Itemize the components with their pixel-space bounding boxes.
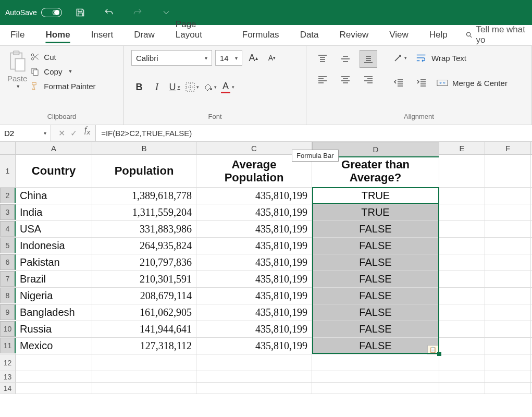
cell[interactable]: Brazil (16, 271, 92, 287)
tell-me-search[interactable]: Tell me what yo (465, 24, 532, 45)
cell[interactable] (439, 221, 485, 237)
cell[interactable]: FALSE (312, 238, 439, 254)
cell[interactable]: FALSE (312, 254, 439, 271)
tab-help[interactable]: Help (426, 27, 451, 45)
paste-button[interactable]: Paste ▼ (7, 50, 27, 89)
cell[interactable]: 435,810,199 (196, 338, 312, 354)
cell[interactable] (196, 354, 312, 371)
format-painter-button[interactable]: Format Painter (30, 81, 95, 91)
enter-formula-icon[interactable]: ✓ (70, 128, 77, 138)
select-all-corner[interactable] (0, 142, 16, 154)
cell[interactable]: 208,679,114 (92, 288, 196, 304)
cell[interactable] (485, 321, 531, 337)
autosave-toggle[interactable]: AutoSave Off (5, 8, 62, 17)
underline-button[interactable]: U▾ (167, 79, 182, 95)
decrease-font-button[interactable]: A▾ (264, 50, 280, 66)
row-header[interactable]: 12 (0, 354, 16, 371)
align-center-button[interactable] (337, 71, 354, 89)
tab-page-layout[interactable]: Page Layout (172, 16, 225, 45)
cell[interactable] (485, 354, 531, 371)
cell[interactable] (485, 304, 531, 321)
cell[interactable]: 264,935,824 (92, 238, 196, 254)
cut-button[interactable]: Cut (30, 52, 95, 62)
row-header[interactable]: 9 (0, 304, 16, 320)
cell[interactable]: 141,944,641 (92, 321, 196, 337)
row-header[interactable]: 6 (0, 254, 16, 270)
cell[interactable]: FALSE (312, 271, 439, 287)
cell[interactable] (439, 288, 485, 304)
cell[interactable]: 161,062,905 (92, 304, 196, 321)
cell[interactable]: FALSE (312, 288, 439, 304)
col-header-A[interactable]: A (16, 142, 92, 154)
cell[interactable]: FALSE (312, 321, 439, 337)
tab-insert[interactable]: Insert (88, 27, 117, 45)
cell[interactable] (485, 338, 531, 354)
cell[interactable]: 435,810,199 (196, 238, 312, 254)
align-right-button[interactable] (360, 71, 377, 89)
cell[interactable] (312, 354, 439, 371)
cell[interactable]: 435,810,199 (196, 221, 312, 237)
toggle-switch[interactable]: Off (41, 8, 62, 17)
cell[interactable]: 435,810,199 (196, 321, 312, 337)
tab-draw[interactable]: Draw (131, 27, 158, 45)
paste-options-icon[interactable]: 📋 (427, 345, 439, 354)
increase-font-button[interactable]: A▴ (245, 50, 261, 66)
row-header[interactable]: 11 (0, 338, 16, 353)
tab-review[interactable]: Review (337, 27, 372, 45)
align-left-button[interactable] (314, 71, 331, 89)
cell[interactable]: Bangladesh (16, 304, 92, 321)
cell[interactable] (485, 288, 531, 304)
tab-home[interactable]: Home (42, 27, 73, 45)
fill-color-button[interactable]: ▾ (202, 79, 218, 95)
cell[interactable] (485, 188, 531, 204)
cell[interactable]: TRUE (312, 204, 439, 220)
cell[interactable] (312, 188, 439, 204)
cell[interactable]: 1,389,618,778 (92, 188, 196, 204)
cell[interactable] (439, 254, 485, 271)
cell[interactable]: China (16, 188, 92, 204)
row-header[interactable]: 1 (0, 155, 16, 187)
decrease-indent-button[interactable] (391, 75, 406, 91)
cell[interactable]: Pakistan (16, 254, 92, 271)
align-bottom-button[interactable] (360, 50, 377, 68)
tab-formulas[interactable]: Formulas (239, 27, 282, 45)
cell[interactable]: Nigeria (16, 288, 92, 304)
cell[interactable] (16, 354, 92, 371)
orientation-button[interactable]: ▾ (391, 50, 409, 66)
align-middle-button[interactable] (337, 50, 354, 68)
row-header[interactable]: 8 (0, 288, 16, 303)
cell[interactable]: 435,810,199 (196, 254, 312, 271)
cell[interactable]: Mexico (16, 338, 92, 354)
header-cell[interactable]: Population (92, 155, 196, 187)
cell[interactable] (439, 354, 485, 371)
borders-button[interactable]: ▾ (184, 79, 200, 95)
undo-icon[interactable] (98, 2, 119, 23)
col-header-B[interactable]: B (92, 142, 196, 154)
cell[interactable]: 331,883,986 (92, 221, 196, 237)
fx-icon[interactable]: fx (84, 125, 95, 141)
cell[interactable]: 435,810,199 (196, 271, 312, 287)
cell[interactable] (439, 321, 485, 337)
font-color-button[interactable]: A▾ (220, 79, 236, 95)
cell[interactable] (439, 338, 485, 354)
col-header-F[interactable]: F (485, 142, 531, 154)
row-header[interactable]: 2 (0, 188, 16, 203)
copy-button[interactable]: Copy▼ (30, 67, 95, 76)
row-header[interactable]: 10 (0, 321, 16, 337)
cell[interactable] (485, 204, 531, 220)
worksheet[interactable]: A B C D E F 1 Country Population Average… (0, 142, 532, 394)
bold-button[interactable]: B (131, 79, 147, 95)
cell[interactable] (92, 354, 196, 371)
cell[interactable]: Indonesia (16, 238, 92, 254)
wrap-text-button[interactable]: Wrap Text (416, 53, 466, 63)
cell[interactable]: FALSE (312, 338, 439, 354)
cell[interactable] (485, 238, 531, 254)
tab-view[interactable]: View (386, 27, 412, 45)
save-icon[interactable] (70, 2, 91, 23)
font-name-select[interactable]: Calibri▾ (131, 50, 212, 66)
cell[interactable] (439, 271, 485, 287)
cell[interactable] (485, 155, 531, 187)
cell[interactable] (485, 221, 531, 237)
col-header-E[interactable]: E (439, 142, 485, 154)
tab-data[interactable]: Data (297, 27, 322, 45)
